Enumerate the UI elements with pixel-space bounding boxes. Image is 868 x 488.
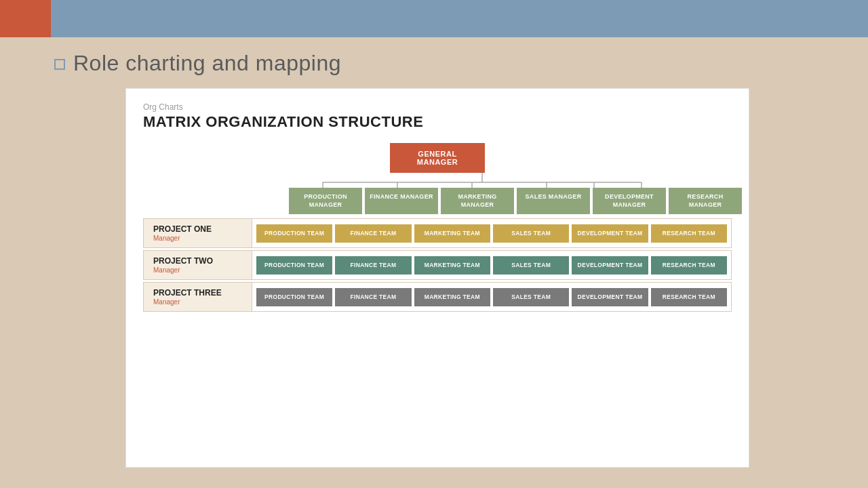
project-label-0: PROJECT ONEManager bbox=[144, 219, 252, 247]
project-sub-2: Manager bbox=[153, 298, 180, 306]
org-label: Org Charts bbox=[143, 102, 732, 112]
team-box-1-0: PRODUCTION TEAM bbox=[256, 256, 332, 274]
chart-title: MATRIX ORGANIZATION STRUCTURE bbox=[143, 113, 732, 131]
project-name-2: PROJECT THREE bbox=[153, 288, 222, 298]
team-box-2-0: PRODUCTION TEAM bbox=[256, 288, 332, 306]
chart-container: Org Charts MATRIX ORGANIZATION STRUCTURE… bbox=[125, 88, 749, 468]
slide-title: Role charting and mapping bbox=[54, 51, 341, 76]
team-box-1-2: MARKETING TEAM bbox=[414, 256, 490, 274]
team-box-2-3: SALES TEAM bbox=[493, 288, 569, 306]
project-row-0: PROJECT ONEManagerPRODUCTION TEAMFINANCE… bbox=[143, 218, 732, 248]
matrix-section: PROJECT ONEManagerPRODUCTION TEAMFINANCE… bbox=[143, 218, 732, 312]
team-box-0-4: DEVELOPMENT TEAM bbox=[572, 224, 648, 243]
team-box-2-2: MARKETING TEAM bbox=[414, 288, 490, 306]
manager-box-0: PRODUCTION MANAGER bbox=[289, 188, 362, 214]
project-label-2: PROJECT THREEManager bbox=[144, 283, 252, 311]
team-cells-1: PRODUCTION TEAMFINANCE TEAMMARKETING TEA… bbox=[252, 251, 731, 279]
gm-box: GENERAL MANAGER bbox=[390, 143, 485, 173]
slide-title-text: Role charting and mapping bbox=[73, 51, 341, 76]
team-box-0-3: SALES TEAM bbox=[493, 224, 569, 243]
project-sub-1: Manager bbox=[153, 266, 180, 274]
team-cells-0: PRODUCTION TEAMFINANCE TEAMMARKETING TEA… bbox=[252, 219, 731, 247]
team-box-2-4: DEVELOPMENT TEAM bbox=[572, 288, 648, 306]
team-box-0-1: FINANCE TEAM bbox=[335, 224, 411, 243]
project-sub-0: Manager bbox=[153, 235, 180, 242]
project-row-2: PROJECT THREEManagerPRODUCTION TEAMFINAN… bbox=[143, 282, 732, 312]
project-label-1: PROJECT TWOManager bbox=[144, 251, 252, 279]
team-box-0-0: PRODUCTION TEAM bbox=[256, 224, 332, 243]
project-row-1: PROJECT TWOManagerPRODUCTION TEAMFINANCE… bbox=[143, 250, 732, 280]
team-box-1-5: RESEARCH TEAM bbox=[651, 256, 727, 274]
team-box-1-4: DEVELOPMENT TEAM bbox=[572, 256, 648, 274]
managers-row: PRODUCTION MANAGERFINANCE MANAGERMARKETI… bbox=[143, 188, 732, 214]
team-cells-2: PRODUCTION TEAMFINANCE TEAMMARKETING TEA… bbox=[252, 283, 731, 311]
chart-body: GENERAL MANAGER PRODUCTION MANAGERFINANC… bbox=[143, 143, 732, 312]
team-box-2-1: FINANCE TEAM bbox=[335, 288, 411, 306]
manager-box-3: SALES MANAGER bbox=[517, 188, 590, 214]
top-bar-blue bbox=[51, 0, 868, 37]
gm-row: GENERAL MANAGER bbox=[143, 143, 732, 173]
managers-inner: PRODUCTION MANAGERFINANCE MANAGERMARKETI… bbox=[289, 188, 742, 214]
top-bar bbox=[0, 0, 868, 37]
team-box-0-5: RESEARCH TEAM bbox=[651, 224, 727, 243]
title-bullet-icon bbox=[54, 59, 65, 70]
team-box-2-5: RESEARCH TEAM bbox=[651, 288, 727, 306]
team-box-1-1: FINANCE TEAM bbox=[335, 256, 411, 274]
top-bar-orange bbox=[0, 0, 51, 37]
project-name-0: PROJECT ONE bbox=[153, 224, 212, 234]
project-name-1: PROJECT TWO bbox=[153, 256, 213, 266]
manager-box-2: MARKETING MANAGER bbox=[441, 188, 514, 214]
team-box-0-2: MARKETING TEAM bbox=[414, 224, 490, 243]
manager-box-1: FINANCE MANAGER bbox=[365, 188, 438, 214]
manager-box-4: DEVELOPMENT MANAGER bbox=[593, 188, 666, 214]
manager-box-5: RESEARCH MANAGER bbox=[669, 188, 742, 214]
team-box-1-3: SALES TEAM bbox=[493, 256, 569, 274]
